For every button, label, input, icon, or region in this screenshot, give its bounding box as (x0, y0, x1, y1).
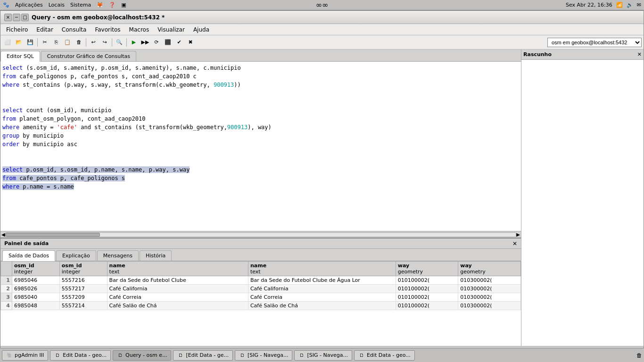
toolbar-open[interactable]: 📂 (14, 37, 24, 48)
right-panel-content (521, 60, 644, 346)
db-select-dropdown[interactable]: osm em geobox@localhost:5432 (547, 38, 642, 47)
cell-osmid2: 5557209 (59, 293, 107, 302)
toolbar-undo[interactable]: ↩ (88, 37, 99, 48)
menu-editar[interactable]: Editar (33, 25, 57, 34)
tab-saida-dados[interactable]: Saída de Dados (2, 250, 55, 261)
taskbar-sig2[interactable]: 🗋 [SIG - Navega... (294, 350, 352, 361)
toolbar-commit[interactable]: ✔ (174, 37, 184, 48)
main-area: Editor SQL Construtor Gráfico de Consult… (0, 49, 644, 346)
query-icon: 🗋 (117, 352, 124, 359)
taskbar-editdata3[interactable]: 🗋 Edit Data - geo... (354, 350, 415, 361)
help-icon[interactable]: ❓ (109, 2, 116, 8)
data-table: osm_idinteger osm_idinteger nametext nam… (0, 261, 521, 310)
taskbar-pgadmin[interactable]: 🐘 pgAdmin III (2, 350, 48, 361)
tab-mensagens[interactable]: Mensagens (97, 250, 139, 261)
system-menu[interactable]: Sistema (70, 2, 91, 8)
taskbar-pgadmin-label: pgAdmin III (15, 352, 44, 358)
cell-name2: Café Salão de Chá (248, 302, 396, 310)
editdata1-icon: 🗋 (54, 352, 61, 359)
taskbar-query[interactable]: 🗋 Query - osm e... (113, 350, 171, 361)
row-num: 1 (1, 276, 12, 285)
menu-macros[interactable]: Macros (125, 25, 153, 34)
h-scrollbar[interactable]: ◀ ▶ (0, 231, 521, 238)
toolbar-sep2 (86, 38, 86, 47)
right-panel-title: Rascunho (523, 51, 552, 58)
menu-favoritos[interactable]: Favoritos (91, 25, 124, 34)
cell-osmid1: 6985040 (12, 293, 60, 302)
col-osmid1-header: osm_idinteger (12, 262, 60, 276)
cell-name2: Bar da Sede do Futebol Clube de Água Lor (248, 276, 396, 285)
tab-explicacao[interactable]: Explicação (56, 250, 96, 261)
taskbar-editdata2[interactable]: 🗋 [Edit Data - ge... (173, 350, 233, 361)
locals-menu[interactable]: Locais (49, 2, 65, 8)
hscroll-right[interactable]: ▶ (516, 232, 520, 237)
sig2-icon: 🗋 (298, 352, 305, 359)
cell-osmid2: 5557214 (59, 302, 107, 310)
toolbar-rollback[interactable]: ✖ (185, 37, 196, 48)
bottom-panel-title: Painel de saída (4, 240, 49, 247)
menu-consulta[interactable]: Consulta (58, 25, 91, 34)
volume-icon[interactable]: 🔊 (627, 2, 633, 8)
infinity-icon: ∞∞ (316, 0, 329, 9)
editdata3-icon: 🗋 (358, 352, 365, 359)
taskbar-sig1[interactable]: 🗋 [SIG - Navega... (235, 350, 292, 361)
cell-name1: Café Correia (107, 293, 248, 302)
cell-name2: Café California (248, 285, 396, 293)
toolbar-clear[interactable]: 🗑 (74, 37, 84, 48)
taskbar-editdata1[interactable]: 🗋 Edit Data - geo... (50, 350, 111, 361)
minimize-button[interactable]: − (13, 14, 20, 21)
sql-editor[interactable]: select (s.osm_id, s.amenity, p.osm_id, s… (0, 62, 521, 231)
col-name1-header: nametext (107, 262, 248, 276)
system-bar-center: ∞∞ (316, 0, 329, 9)
cell-way2: 010300002( (458, 302, 521, 310)
taskbar-query-label: Query - osm e... (125, 352, 167, 358)
close-button[interactable]: × (4, 14, 12, 21)
maximize-button[interactable]: □ (21, 14, 29, 21)
apps-menu[interactable]: Aplicações (15, 2, 43, 8)
hscroll-left[interactable]: ◀ (1, 232, 5, 237)
col-osmid2-header: osm_idinteger (59, 262, 107, 276)
toolbar-explain[interactable]: ⟳ (151, 37, 162, 48)
cell-osmid1: 6985048 (12, 302, 60, 310)
row-num: 4 (1, 302, 12, 310)
pgadmin-icon: 🐘 (6, 352, 13, 359)
toolbar-stop[interactable]: ⬛ (163, 37, 173, 48)
network-icon: 📶 (616, 2, 623, 8)
tab-construtor[interactable]: Construtor Gráfico de Consultas (41, 51, 136, 61)
toolbar-redo[interactable]: ↪ (99, 37, 110, 48)
menu-ajuda[interactable]: Ajuda (190, 25, 213, 34)
right-panel-close-button[interactable]: ✕ (637, 51, 642, 58)
toolbar-sep3 (112, 38, 112, 47)
cell-name1: Café Salão de Chá (107, 302, 248, 310)
toolbar-run[interactable]: ▶ (129, 37, 139, 48)
toolbar-find[interactable]: 🔍 (114, 37, 124, 48)
toolbar-save[interactable]: 💾 (25, 37, 35, 48)
cell-osmid2: 5557216 (59, 276, 107, 285)
terminal-icon[interactable]: ▣ (121, 2, 126, 8)
toolbar-runsel[interactable]: ▶▶ (140, 37, 150, 48)
toolbar-new[interactable]: ⬜ (2, 37, 13, 48)
tab-historia[interactable]: História (140, 250, 172, 261)
cell-name1: Bar da Sede do Futebol Clube (107, 276, 248, 285)
row-num: 2 (1, 285, 12, 293)
hscroll-thumb[interactable] (6, 233, 100, 237)
toolbar-copy[interactable]: ⎘ (51, 37, 61, 48)
firefox-icon[interactable]: 🦊 (97, 2, 103, 8)
table-row: 1 6985046 5557216 Bar da Sede do Futebol… (1, 276, 521, 285)
menu-ficheiro[interactable]: Ficheiro (2, 25, 32, 34)
menu-bar: Ficheiro Editar Consulta Favoritos Macro… (0, 24, 644, 35)
menu-visualizar[interactable]: Visualizar (154, 25, 189, 34)
taskbar: 🐘 pgAdmin III 🗋 Edit Data - geo... 🗋 Que… (0, 348, 644, 362)
row-num: 3 (1, 293, 12, 302)
taskbar-right: 🗑 (636, 352, 642, 359)
right-panel: Rascunho ✕ (521, 49, 644, 346)
tab-editor-sql[interactable]: Editor SQL (0, 51, 40, 62)
toolbar-cut[interactable]: ✂ (40, 37, 50, 48)
app-icon: 🐾 (3, 2, 9, 8)
col-way2-header: waygeometry (458, 262, 521, 276)
data-table-container[interactable]: osm_idinteger osm_idinteger nametext nam… (0, 261, 521, 346)
toolbar-paste[interactable]: 📋 (62, 37, 73, 48)
bottom-panel-close[interactable]: ✕ (512, 240, 517, 247)
col-rownum-header (1, 262, 12, 276)
cell-way1: 010100002( (396, 276, 458, 285)
